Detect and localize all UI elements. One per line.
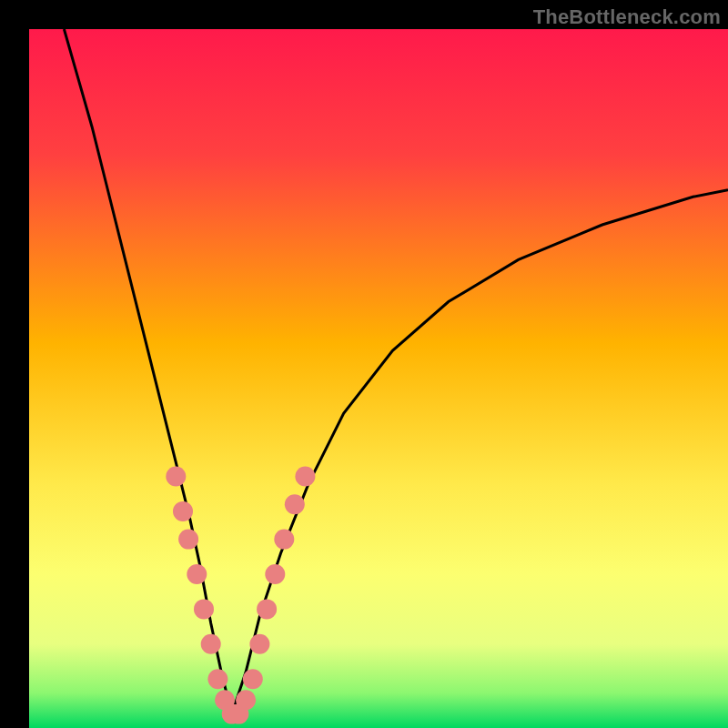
- data-point: [257, 599, 277, 619]
- plot-area: [29, 29, 728, 728]
- data-point: [178, 530, 198, 550]
- data-point: [187, 564, 207, 584]
- data-point: [243, 669, 263, 689]
- data-point: [274, 530, 294, 550]
- data-point: [295, 467, 315, 487]
- data-point: [201, 634, 221, 654]
- data-point: [166, 467, 186, 487]
- data-point: [173, 501, 193, 521]
- data-point: [265, 564, 285, 584]
- curve-right-branch: [232, 190, 728, 714]
- data-point: [285, 494, 305, 514]
- chart-frame: TheBottleneck.com: [0, 0, 728, 728]
- curve-layer: [29, 29, 728, 728]
- data-point: [236, 690, 256, 710]
- data-point: [249, 634, 269, 654]
- data-point: [194, 599, 214, 619]
- data-point: [207, 669, 228, 689]
- watermark-text: TheBottleneck.com: [533, 5, 721, 29]
